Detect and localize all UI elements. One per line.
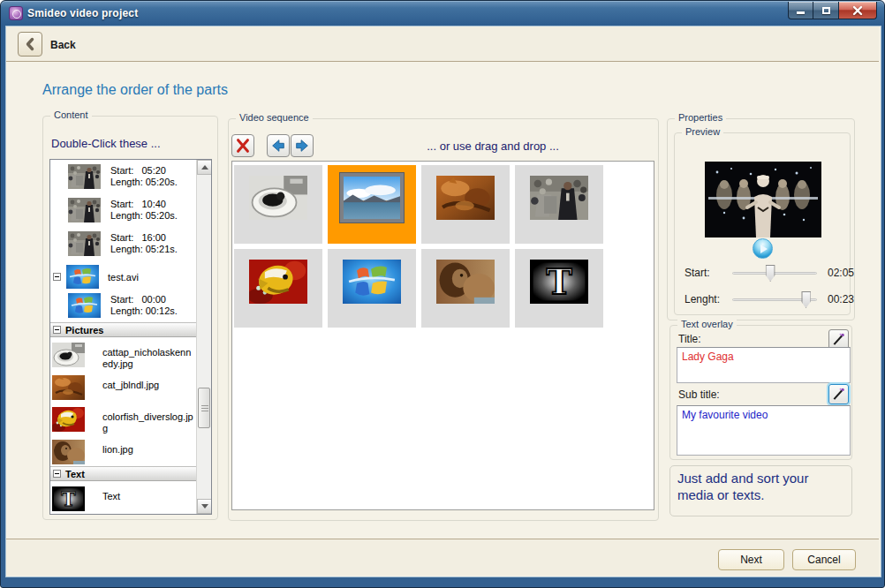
play-button[interactable] [753, 238, 773, 259]
info-text: Just add and sort your media or texts. [677, 470, 844, 503]
maximize-icon [822, 7, 830, 14]
start-slider[interactable] [732, 265, 817, 282]
content-item-lion-jpg[interactable]: lion.jpg [50, 434, 197, 466]
content-listbox[interactable]: Start: 05:20 Length: 05:20s. Start: 10:4… [49, 159, 212, 515]
drag-drop-hint: ... or use drag and drop ... [336, 139, 650, 153]
start-value: 02:05 [828, 267, 854, 279]
clip-times: Start: 16:00 Length: 05:21s. [110, 232, 178, 255]
sequence-tile-4[interactable] [515, 165, 603, 244]
thumb-textT-image: T [52, 486, 85, 511]
thumb-obama-image [68, 164, 101, 189]
content-section-pictures[interactable]: Pictures [50, 322, 197, 337]
item-label: cattap_nicholaskennedy.jpg [102, 347, 194, 370]
svg-text:T: T [546, 261, 571, 302]
edit-subtitle-style-button[interactable] [828, 384, 849, 404]
delete-x-icon [235, 138, 251, 154]
content-item-text[interactable]: TText [50, 481, 197, 513]
next-button[interactable]: Next [718, 549, 784, 570]
thumb-textT-image: T [530, 260, 588, 304]
content-item-cat_jblndl-jpg[interactable]: cat_jblndl.jpg [50, 370, 197, 402]
scrollbar-thumb[interactable] [198, 388, 210, 428]
svg-text:T: T [61, 487, 76, 510]
cancel-button[interactable]: Cancel [792, 549, 856, 570]
sequence-tile-6[interactable] [328, 249, 416, 328]
thumb-obama-image [68, 198, 101, 222]
collapse-minus-icon[interactable] [53, 326, 61, 334]
sequence-tile-3[interactable] [421, 165, 510, 244]
length-slider-thumb[interactable] [801, 291, 811, 308]
length-slider-label: Lenght: [685, 293, 720, 305]
length-slider[interactable] [732, 291, 817, 308]
section-label: Text [65, 469, 85, 479]
sequence-tile-7[interactable] [421, 249, 510, 328]
item-label: test.avi [108, 272, 139, 283]
delete-part-button[interactable] [231, 134, 254, 157]
title-bar[interactable]: Smideo video project [1, 1, 884, 26]
arrow-down-icon [201, 504, 208, 509]
clip-times: Start: 10:40 Length: 05:20s. [110, 199, 178, 222]
sequence-tile-2[interactable] [328, 165, 416, 244]
collapse-minus-icon[interactable] [53, 273, 61, 281]
clip-times: Start: 00:00 Length: 00:12s. [110, 294, 178, 317]
content-section-text[interactable]: Text [50, 466, 197, 481]
scrollbar-up-button[interactable] [197, 160, 212, 175]
back-toolbar [6, 26, 879, 62]
content-clip-item[interactable]: Start: 05:20 Length: 05:20s. [50, 160, 197, 193]
minimize-icon [797, 11, 805, 14]
close-button[interactable] [838, 2, 877, 19]
item-label: cat_jblndl.jpg [102, 380, 194, 391]
start-slider-label: Start: [685, 267, 710, 279]
move-left-button[interactable] [267, 134, 290, 157]
maximize-button[interactable] [813, 2, 838, 19]
content-clip-item[interactable]: Start: 16:00 Length: 05:21s. [50, 227, 197, 260]
subtitle-input[interactable]: My favourite video [677, 405, 851, 456]
content-item-colorfish_diverslog-jpg[interactable]: colorfish_diverslog.jpg [50, 402, 197, 434]
item-label: lion.jpg [102, 444, 194, 456]
back-chevron-icon [24, 37, 36, 51]
thumb-catsink-image [52, 343, 85, 367]
text-overlay-group-label: Text overlay [677, 319, 737, 329]
properties-group-label: Properties [675, 112, 726, 123]
info-box: Just add and sort your media or texts. [669, 465, 852, 516]
pen-icon [832, 333, 845, 346]
thumb-lion-image [436, 260, 495, 304]
collapse-minus-icon[interactable] [53, 470, 61, 478]
double-click-hint: Double-Click these ... [51, 137, 161, 150]
clip-times: Start: 05:20 Length: 05:20s. [110, 165, 178, 188]
start-slider-thumb[interactable] [766, 265, 775, 282]
content-item-cattap_nicholaskennedy-jpg[interactable]: cattap_nicholaskennedy.jpg [50, 337, 197, 370]
thumb-lion-image [52, 440, 85, 464]
minimize-button[interactable] [788, 2, 813, 19]
sequence-tile-8[interactable]: T [515, 249, 603, 328]
thumb-fish-image [52, 407, 85, 432]
thumb-win7-image [343, 260, 401, 304]
item-label: colorfish_diverslog.jpg [102, 411, 194, 434]
title-input[interactable]: Lady Gaga [677, 347, 851, 383]
arrow-right-icon [294, 138, 310, 154]
arrow-up-icon [201, 165, 208, 170]
move-right-button[interactable] [291, 134, 314, 157]
scrollbar-down-button[interactable] [197, 499, 212, 514]
sequence-grid[interactable]: T [231, 161, 654, 510]
thumb-fish-image [249, 260, 307, 304]
content-scrollbar[interactable] [196, 160, 211, 514]
pen-icon [832, 388, 845, 401]
video-preview-image [705, 162, 821, 237]
content-item-test.avi[interactable]: test.avi [50, 260, 197, 289]
title-label: Title: [678, 333, 701, 345]
sequence-tile-5[interactable] [234, 249, 322, 328]
sequence-group-label: Video sequence [236, 112, 313, 123]
thumb-orangecat-image [52, 375, 85, 400]
back-button[interactable] [18, 32, 42, 57]
thumb-win7-image [66, 265, 99, 289]
thumb-obama-image [68, 231, 101, 256]
thumb-orangecat-image [436, 176, 495, 220]
thumb-catsink-image [249, 176, 307, 220]
subtitle-label: Sub title: [678, 388, 720, 401]
content-group-label: Content [50, 109, 92, 120]
content-clip-item[interactable]: Start: 10:40 Length: 05:20s. [50, 193, 197, 227]
window-title: Smideo video project [27, 7, 138, 19]
sequence-tile-1[interactable] [234, 165, 322, 244]
thumb-landscape-image [340, 173, 404, 222]
content-clip-item[interactable]: Start: 00:00 Length: 00:12s. [50, 289, 197, 322]
